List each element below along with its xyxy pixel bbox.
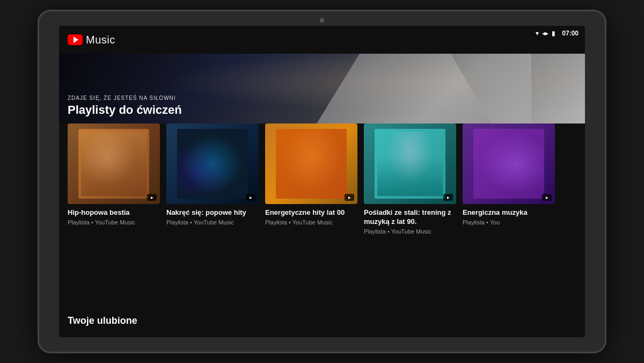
playlist-card[interactable]: Energetyczne hity lat 00 Playlista • You… — [265, 124, 357, 235]
playlist-grid: Hip-hopowa bestia Playlista • YouTube Mu… — [68, 124, 576, 235]
playlist-thumbnail — [463, 124, 555, 204]
card-title: Nakręć się: popowe hity — [166, 208, 259, 217]
favorites-title: Twoje ulubione — [68, 315, 137, 326]
hero-title: Playlisty do ćwiczeń — [68, 103, 182, 117]
youtube-badge — [147, 194, 157, 201]
playlist-section: Hip-hopowa bestia Playlista • YouTube Mu… — [59, 124, 585, 235]
playlist-thumbnail — [68, 124, 160, 204]
status-icons: ▾ ◂▸ ▮ 07:00 — [536, 30, 579, 37]
thumb-art — [375, 129, 445, 199]
tablet-screen: ▾ ◂▸ ▮ 07:00 Music ZDAJE SIĘ, ŻE JESTEŚ … — [59, 26, 585, 337]
card-meta: Playlista • You — [463, 219, 555, 226]
playlist-card[interactable]: Hip-hopowa bestia Playlista • YouTube Mu… — [68, 124, 160, 235]
tablet-camera — [319, 18, 325, 23]
card-meta: Playlista • YouTube Music — [364, 228, 456, 235]
hero-background: ZDAJE SIĘ, ŻE JESTEŚ NA SIŁOWNI Playlist… — [59, 54, 585, 124]
youtube-badge — [345, 194, 354, 201]
status-time: 07:00 — [562, 30, 579, 37]
playlist-card[interactable]: Pośladki ze stali: trening z muzyką z la… — [364, 124, 456, 235]
battery-icon: ▮ — [552, 30, 555, 37]
thumb-art — [177, 129, 248, 199]
youtube-badge — [443, 194, 453, 201]
card-title: Hip-hopowa bestia — [68, 208, 160, 217]
favorites-section: Twoje ulubione — [68, 315, 137, 326]
youtube-badge — [246, 194, 255, 201]
playlist-thumbnail — [364, 124, 456, 204]
wifi-icon: ▾ — [536, 30, 539, 37]
hero-subtitle: ZDAJE SIĘ, ŻE JESTEŚ NA SIŁOWNI — [68, 95, 182, 101]
card-meta: Playlista • YouTube Music — [166, 219, 259, 226]
playlist-thumbnail — [265, 124, 357, 204]
youtube-badge — [542, 194, 552, 201]
playlist-card[interactable]: Nakręć się: popowe hity Playlista • YouT… — [166, 124, 259, 235]
signal-icon: ◂▸ — [542, 30, 548, 37]
hero-banner[interactable]: ZDAJE SIĘ, ŻE JESTEŚ NA SIŁOWNI Playlist… — [59, 54, 585, 124]
thumb-art — [276, 129, 347, 199]
status-bar: ▾ ◂▸ ▮ 07:00 — [59, 26, 585, 41]
card-meta: Playlista • YouTube Music — [265, 219, 357, 226]
thumb-art — [473, 129, 544, 199]
playlist-thumbnail — [166, 124, 259, 204]
card-title: Pośladki ze stali: trening z muzyką z la… — [364, 208, 456, 227]
tablet-device: ▾ ◂▸ ▮ 07:00 Music ZDAJE SIĘ, ŻE JESTEŚ … — [38, 10, 606, 353]
hero-content: ZDAJE SIĘ, ŻE JESTEŚ NA SIŁOWNI Playlist… — [68, 95, 182, 117]
card-title: Energetyczne hity lat 00 — [265, 208, 357, 217]
card-meta: Playlista • YouTube Music — [68, 219, 160, 226]
playlist-card[interactable]: Energiczna muzyka Playlista • You — [463, 124, 555, 235]
thumb-art — [78, 129, 149, 199]
card-title: Energiczna muzyka — [463, 208, 555, 217]
